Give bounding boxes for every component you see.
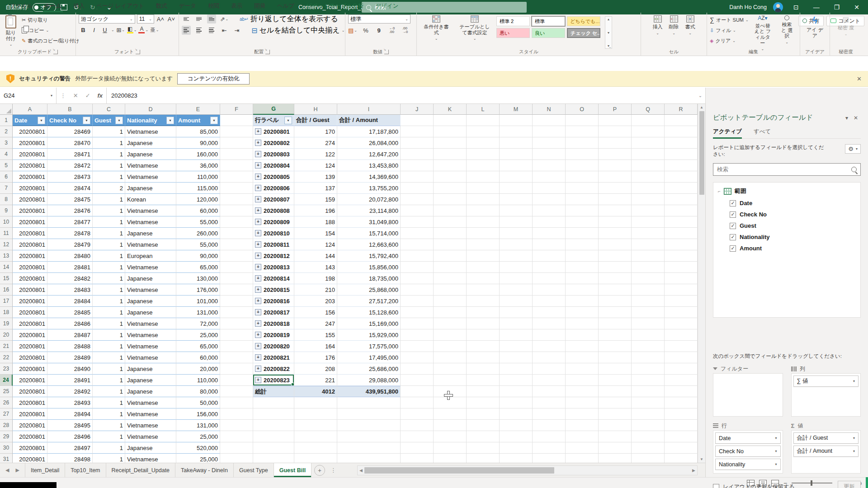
cell-G17[interactable]: +20200816 — [253, 296, 294, 307]
cell-H30[interactable] — [294, 442, 337, 454]
cell-L16[interactable] — [467, 284, 500, 296]
cell-O3[interactable] — [566, 137, 599, 149]
cell-style-チェック セ...[interactable]: チェック セ... — [567, 28, 600, 38]
cell-E1[interactable]: Amount▼ — [176, 115, 220, 126]
field-checkbox-icon[interactable]: ✓ — [730, 211, 736, 218]
cell-C26[interactable]: 1 — [93, 397, 125, 408]
cell-R6[interactable] — [665, 171, 698, 183]
borders-button[interactable]: ⊞⌄ — [116, 25, 125, 34]
cell-B26[interactable]: 28493 — [47, 397, 93, 408]
cell-M20[interactable] — [500, 329, 533, 341]
cell-D9[interactable]: Vietnamese — [125, 205, 176, 216]
cell-E8[interactable]: 120,000 — [176, 194, 220, 205]
name-box[interactable]: G24▾ — [0, 88, 57, 103]
cell-C19[interactable]: 1 — [93, 318, 125, 329]
cell-L15[interactable] — [467, 273, 500, 284]
cell-H27[interactable] — [294, 408, 337, 420]
cell-G15[interactable]: +20200814 — [253, 273, 294, 284]
cell-O11[interactable] — [566, 228, 599, 239]
cell-R29[interactable] — [665, 431, 698, 442]
cell-I18[interactable]: 15,128,600 — [337, 307, 401, 318]
cell-E20[interactable]: 25,000 — [176, 329, 220, 341]
cell-E21[interactable]: 65,000 — [176, 341, 220, 352]
cell-J23[interactable] — [401, 363, 434, 375]
cell-L13[interactable] — [467, 250, 500, 262]
row-header-18[interactable]: 18 — [0, 307, 13, 318]
cell-J24[interactable] — [401, 375, 434, 386]
expand-icon[interactable]: + — [255, 275, 261, 282]
cell-C27[interactable]: 1 — [93, 408, 125, 420]
cell-F15[interactable] — [220, 273, 253, 284]
cell-O4[interactable] — [566, 149, 599, 160]
chip-dropdown-icon[interactable]: ▾ — [853, 436, 855, 440]
cell-I17[interactable]: 27,517,200 — [337, 296, 401, 307]
cell-P12[interactable] — [599, 239, 632, 250]
orientation-button[interactable]: ⇗⌄ — [220, 14, 229, 23]
cell-N6[interactable] — [533, 171, 566, 183]
cell-D5[interactable]: Vietnamese — [125, 160, 176, 171]
chip-dropdown-icon[interactable]: ▾ — [853, 379, 855, 383]
cell-M8[interactable] — [500, 194, 533, 205]
cell-G26[interactable] — [253, 397, 294, 408]
ribbon-tab-ホーム[interactable]: ホーム — [38, 0, 67, 12]
cell-P15[interactable] — [599, 273, 632, 284]
cell-F8[interactable] — [220, 194, 253, 205]
align-bottom-icon[interactable] — [207, 14, 216, 23]
row-header-4[interactable]: 4 — [0, 149, 13, 160]
scroll-left-icon[interactable]: ◀ — [359, 468, 363, 473]
cell-K26[interactable] — [434, 397, 467, 408]
row-header-23[interactable]: 23 — [0, 363, 13, 375]
cell-N21[interactable] — [533, 341, 566, 352]
cell-F19[interactable] — [220, 318, 253, 329]
cell-F26[interactable] — [220, 397, 253, 408]
cell-G7[interactable]: +20200806 — [253, 183, 294, 194]
cell-N8[interactable] — [533, 194, 566, 205]
cell-J1[interactable] — [401, 115, 434, 126]
select-all-corner[interactable] — [0, 104, 13, 115]
cell-K17[interactable] — [434, 296, 467, 307]
cell-B22[interactable]: 28489 — [47, 352, 93, 363]
cell-L21[interactable] — [467, 341, 500, 352]
cell-P20[interactable] — [599, 329, 632, 341]
cell-R3[interactable] — [665, 137, 698, 149]
cell-C5[interactable]: 1 — [93, 160, 125, 171]
cell-K25[interactable] — [434, 386, 467, 397]
cell-J7[interactable] — [401, 183, 434, 194]
cell-B31[interactable]: 28498 — [47, 454, 93, 463]
field-item-Check No[interactable]: ✓Check No — [730, 211, 856, 218]
cell-M21[interactable] — [500, 341, 533, 352]
cell-G29[interactable] — [253, 431, 294, 442]
cell-G16[interactable]: +20200815 — [253, 284, 294, 296]
cell-Q31[interactable] — [632, 454, 665, 463]
gallery-down-icon[interactable]: ▼ — [607, 31, 610, 34]
cell-I9[interactable]: 23,114,800 — [337, 205, 401, 216]
cell-L22[interactable] — [467, 352, 500, 363]
cell-H2[interactable]: 170 — [294, 126, 337, 137]
cell-Q3[interactable] — [632, 137, 665, 149]
cell-N13[interactable] — [533, 250, 566, 262]
find-select-button[interactable]: 検索と 選択⌄ — [777, 14, 797, 52]
cell-R27[interactable] — [665, 408, 698, 420]
expand-icon[interactable]: + — [255, 298, 261, 304]
format-as-table-button[interactable]: テーブルとして書式設定⌄ — [456, 14, 494, 49]
cell-H29[interactable] — [294, 431, 337, 442]
cell-H1[interactable]: 合計 / Guest — [294, 115, 337, 126]
expand-icon[interactable]: + — [255, 377, 261, 383]
cell-K31[interactable] — [434, 454, 467, 463]
close-button[interactable]: ✕ — [850, 4, 863, 11]
cell-F4[interactable] — [220, 149, 253, 160]
cell-M18[interactable] — [500, 307, 533, 318]
cell-G21[interactable]: +20200820 — [253, 341, 294, 352]
cell-K14[interactable] — [434, 262, 467, 273]
cell-I10[interactable]: 31,049,800 — [337, 216, 401, 228]
column-header-O[interactable]: O — [566, 104, 599, 115]
cell-E27[interactable]: 156,000 — [176, 408, 220, 420]
cell-A3[interactable]: 20200801 — [13, 137, 47, 149]
cancel-icon[interactable]: ✕ — [73, 92, 78, 99]
cell-B24[interactable]: 28491 — [47, 375, 93, 386]
cell-B1[interactable]: Check No▼ — [47, 115, 93, 126]
cell-O24[interactable] — [566, 375, 599, 386]
update-button[interactable]: 更新 — [838, 481, 861, 488]
cell-D15[interactable]: Japanese — [125, 273, 176, 284]
cell-B13[interactable]: 28480 — [47, 250, 93, 262]
